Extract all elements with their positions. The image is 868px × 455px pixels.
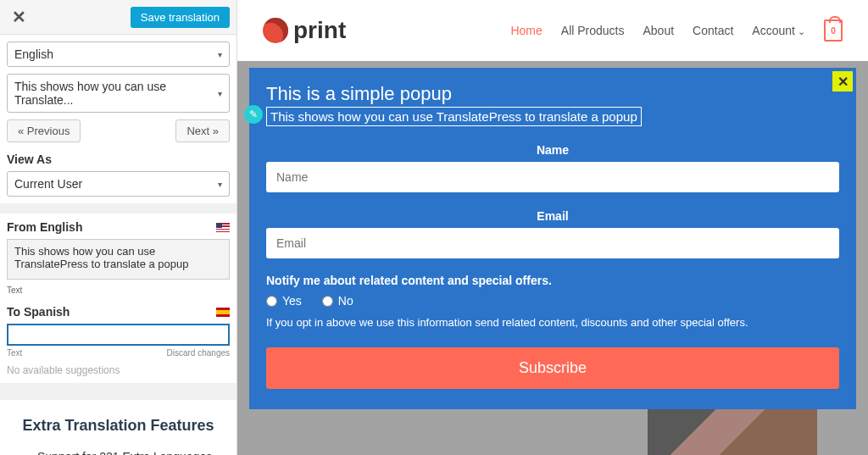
popup-title: This is a simple popup bbox=[266, 83, 839, 105]
name-input[interactable] bbox=[266, 162, 839, 192]
email-input[interactable] bbox=[266, 228, 839, 258]
logo-text: print bbox=[293, 17, 346, 44]
site-header: print Home All Products About Contact Ac… bbox=[237, 0, 868, 61]
to-language-label: To Spanish bbox=[7, 305, 70, 319]
discard-changes-link[interactable]: Discard changes bbox=[167, 348, 230, 358]
save-button[interactable]: Save translation bbox=[131, 7, 230, 28]
string-select[interactable]: This shows how you can use Translate... bbox=[7, 74, 230, 113]
logo-icon bbox=[263, 18, 288, 43]
extra-features-title: Extra Translation Features bbox=[20, 417, 216, 435]
language-select[interactable]: English bbox=[7, 42, 230, 67]
popup-subtitle[interactable]: This shows how you can use TranslatePres… bbox=[266, 107, 642, 126]
extra-feature-item: Support for 221 Extra Languages bbox=[37, 450, 216, 455]
source-text: This shows how you can use TranslatePres… bbox=[7, 239, 230, 280]
extra-features-block: Extra Translation Features Support for 2… bbox=[0, 400, 236, 455]
nav-home[interactable]: Home bbox=[510, 24, 542, 37]
radio-no[interactable]: No bbox=[322, 294, 353, 308]
email-label: Email bbox=[266, 209, 839, 223]
from-language-label: From English bbox=[7, 220, 82, 234]
previous-button[interactable]: « Previous bbox=[7, 119, 81, 142]
opt-in-disclaimer: If you opt in above we use this informat… bbox=[266, 316, 839, 329]
suggestions-label: No available suggestions bbox=[7, 364, 230, 376]
translation-sidebar: ✕ Save translation English This shows ho… bbox=[0, 0, 237, 455]
nav-about[interactable]: About bbox=[643, 24, 675, 37]
nav-contact[interactable]: Contact bbox=[693, 24, 733, 37]
next-button[interactable]: Next » bbox=[175, 119, 230, 142]
notify-radio-group: Yes No bbox=[266, 294, 839, 308]
notify-label: Notify me about related content and spec… bbox=[266, 274, 839, 287]
name-label: Name bbox=[266, 143, 839, 157]
es-flag-icon bbox=[216, 308, 230, 317]
nav-all-products[interactable]: All Products bbox=[561, 24, 625, 37]
nav-account[interactable]: Account bbox=[752, 24, 805, 37]
site-nav: Home All Products About Contact Account … bbox=[510, 19, 843, 42]
view-as-label: View As bbox=[7, 153, 230, 166]
translation-input[interactable] bbox=[7, 324, 230, 346]
view-as-select[interactable]: Current User bbox=[7, 171, 230, 197]
cart-icon[interactable]: 0 bbox=[824, 19, 843, 42]
radio-yes[interactable]: Yes bbox=[266, 294, 302, 308]
site-logo[interactable]: print bbox=[263, 17, 346, 44]
edit-pencil-icon[interactable]: ✎ bbox=[244, 105, 263, 124]
sidebar-header: ✕ Save translation bbox=[0, 0, 236, 35]
us-flag-icon bbox=[216, 223, 230, 232]
site-preview: print Home All Products About Contact Ac… bbox=[237, 0, 868, 455]
target-type-label: Text bbox=[7, 348, 22, 358]
popup-close-button[interactable]: ✕ bbox=[832, 71, 853, 92]
popup-modal: ✕ This is a simple popup This shows how … bbox=[249, 68, 856, 409]
subscribe-button[interactable]: Subscribe bbox=[266, 347, 839, 389]
close-icon[interactable]: ✕ bbox=[7, 5, 31, 29]
source-type-label: Text bbox=[7, 286, 230, 295]
